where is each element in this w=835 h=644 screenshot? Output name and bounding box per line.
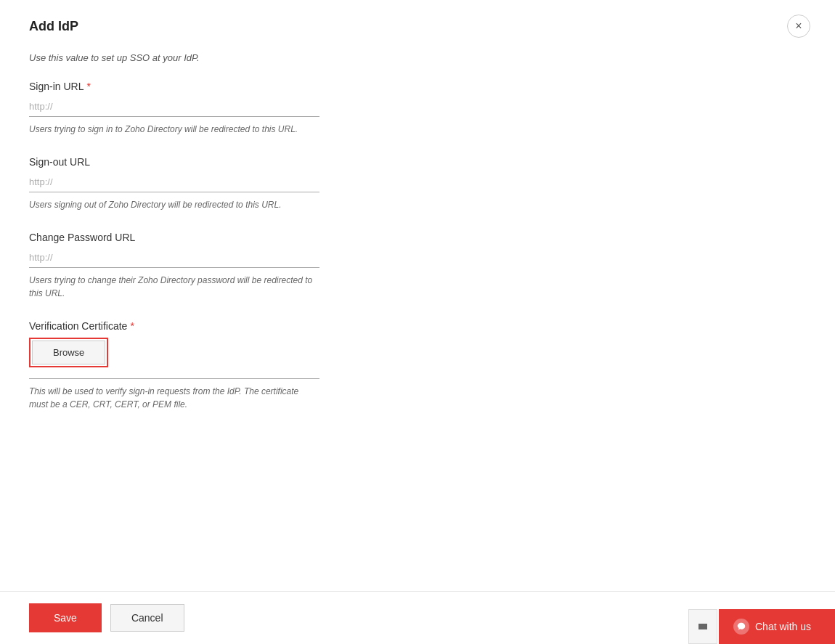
change-password-url-input[interactable] [29,249,319,268]
chat-extra-icon[interactable] [688,609,717,644]
sign-in-url-input[interactable] [29,98,319,117]
intro-text: Use this value to set up SSO at your IdP… [29,46,806,63]
browse-button-wrapper: Browse [29,338,108,367]
sign-in-url-required: * [86,81,90,92]
verification-certificate-hint: This will be used to verify sign-in requ… [29,385,319,411]
verification-certificate-section: Verification Certificate * Browse This w… [29,320,806,411]
add-idp-modal: Add IdP × Use this value to set up SSO a… [0,0,835,644]
browse-button[interactable]: Browse [32,341,105,364]
file-input-line [29,373,319,379]
modal-body: Use this value to set up SSO at your IdP… [0,46,835,591]
sign-out-url-label: Sign-out URL [29,156,806,168]
sign-out-url-hint: Users signing out of Zoho Directory will… [29,198,319,211]
save-button-wrapper: Save [29,603,102,632]
modal-header: Add IdP × [0,0,835,46]
chat-label: Chat with us [755,621,811,632]
sign-out-url-section: Sign-out URL Users signing out of Zoho D… [29,156,806,211]
change-password-url-hint: Users trying to change their Zoho Direct… [29,274,319,300]
modal-title: Add IdP [29,19,78,34]
save-button[interactable]: Save [30,605,100,631]
change-password-url-section: Change Password URL Users trying to chan… [29,232,806,300]
sign-out-url-input[interactable] [29,174,319,192]
change-password-url-label: Change Password URL [29,232,806,243]
chat-widget[interactable]: Chat with us [719,609,835,644]
verification-certificate-label: Verification Certificate * [29,320,806,332]
sign-in-url-section: Sign-in URL * Users trying to sign in to… [29,81,806,136]
cancel-button[interactable]: Cancel [110,604,184,632]
sign-in-url-hint: Users trying to sign in to Zoho Director… [29,123,319,136]
chat-icon [733,619,749,635]
close-button[interactable]: × [787,15,810,38]
verification-certificate-required: * [130,320,134,332]
sign-in-url-label: Sign-in URL * [29,81,806,92]
